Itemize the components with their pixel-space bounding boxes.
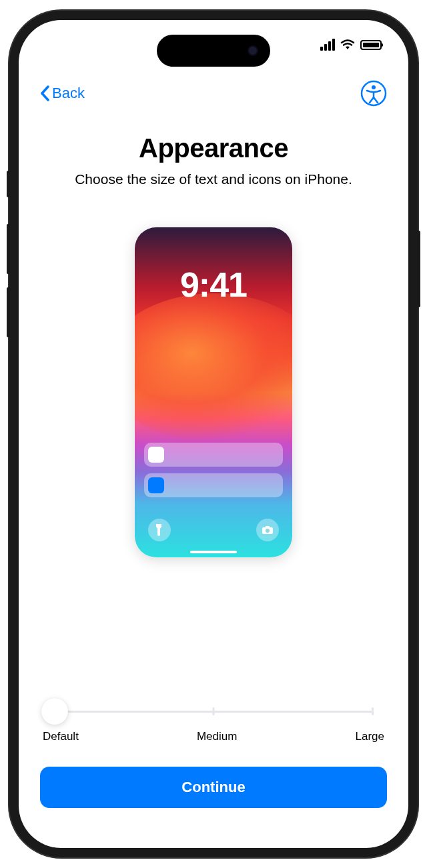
page-title: Appearance: [40, 133, 387, 163]
slider-tick: [372, 707, 374, 715]
dynamic-island: [157, 35, 270, 67]
slider-label-large: Large: [356, 730, 384, 743]
size-slider[interactable]: [40, 698, 387, 725]
cellular-signal-icon: [320, 39, 335, 51]
home-indicator: [190, 551, 237, 553]
preview-widgets: [144, 443, 283, 504]
preview-time: 9:41: [135, 265, 292, 305]
preview-container: 9:41: [40, 227, 387, 678]
back-button[interactable]: Back: [40, 85, 85, 102]
chevron-left-icon: [40, 85, 49, 101]
volume-down-button: [7, 287, 9, 337]
back-label: Back: [52, 85, 85, 102]
device-frame: Back Appearance Choose the size of text …: [9, 11, 418, 857]
slider-label-default: Default: [43, 730, 79, 743]
power-button: [418, 231, 420, 307]
volume-up-button: [7, 224, 9, 274]
widget-icon: [148, 477, 164, 493]
wifi-icon: [340, 39, 355, 51]
phone-preview: 9:41: [135, 227, 292, 557]
front-camera: [248, 45, 258, 56]
widget-row: [144, 443, 283, 467]
widget-row: [144, 473, 283, 497]
widget-icon: [148, 447, 164, 463]
wallpaper-preview: 9:41: [135, 227, 292, 557]
status-bar: [320, 39, 382, 51]
flashlight-icon: [148, 519, 171, 541]
size-slider-section: Default Medium Large: [40, 698, 387, 743]
nav-bar: Back: [40, 80, 387, 107]
battery-icon: [360, 40, 382, 50]
page-subtitle: Choose the size of text and icons on iPh…: [40, 171, 387, 187]
accessibility-icon[interactable]: [360, 80, 387, 107]
slider-labels: Default Medium Large: [40, 730, 387, 743]
svg-point-1: [372, 85, 376, 89]
camera-icon: [256, 519, 279, 541]
continue-button[interactable]: Continue: [40, 767, 387, 808]
screen: Back Appearance Choose the size of text …: [19, 20, 408, 848]
slider-label-medium: Medium: [197, 730, 237, 743]
svg-rect-3: [266, 526, 270, 528]
svg-point-4: [266, 529, 270, 533]
lock-screen-actions: [148, 519, 279, 541]
mute-switch: [7, 171, 9, 197]
slider-tick: [213, 707, 215, 715]
slider-thumb[interactable]: [41, 698, 68, 725]
